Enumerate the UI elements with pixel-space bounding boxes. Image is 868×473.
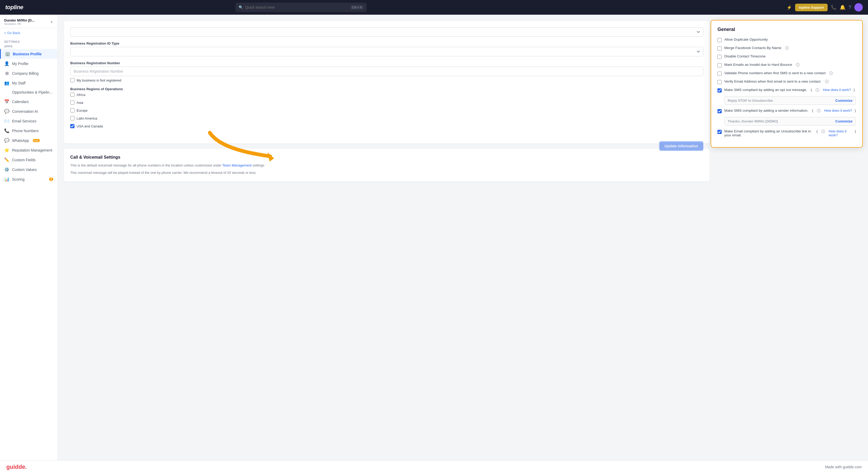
company-selector[interactable]: Dunder Mifflin [D... Scranton, PA ▼ (0, 15, 57, 28)
sidebar-item-conversation-ai[interactable]: 💬 Conversation AI (0, 106, 57, 116)
info-icon-1: ⓘ (785, 46, 789, 51)
general-item-8: Make Email compliant by adding an Unsubs… (717, 129, 856, 137)
sidebar-item-whatsapp[interactable]: 💬 WhatsApp beta (0, 135, 57, 145)
search-icon: 🔍 (239, 5, 243, 9)
sidebar-item-my-staff[interactable]: 👥 My Staff (0, 78, 57, 88)
europe-label: Europe (76, 108, 88, 113)
reg-id-type-select[interactable] (70, 47, 703, 56)
region-latin: Latin America (70, 116, 703, 120)
regions-label: Business Regions of Operations (70, 87, 703, 91)
sidebar-item-email-services[interactable]: ✉️ Email Services (0, 116, 57, 126)
general-item-7-wrap: Make SMS compliant by adding a sender in… (717, 108, 856, 126)
mark-emails-checkbox[interactable] (717, 63, 722, 67)
not-registered-checkbox[interactable] (70, 78, 74, 82)
info-icon-4: ⓘ (829, 71, 833, 76)
sidebar-item-label: Business Profile (13, 52, 42, 56)
lightning-icon[interactable]: ⚡ (787, 5, 792, 10)
how-link-6[interactable]: How does it work? (823, 88, 851, 92)
sidebar-item-my-profile[interactable]: 👤 My Profile (0, 59, 57, 68)
settings-section-label: Settings (0, 37, 57, 44)
disable-contact-checkbox[interactable] (717, 55, 722, 59)
calendar-icon: 📅 (4, 99, 9, 104)
sidebar-item-opportunities[interactable]: Opportunities & Pipelin... (0, 88, 57, 97)
usa-checkbox[interactable] (70, 124, 74, 128)
general-item-0: Allow Duplicate Opportunity (717, 37, 856, 42)
region-usa: USA and Canada (70, 124, 703, 128)
europe-checkbox[interactable] (70, 108, 74, 113)
how-link-7[interactable]: How does it work? (824, 108, 852, 113)
general-panel-title: General (717, 27, 856, 32)
email-unsubscribe-label: Make Email compliant by adding an Unsubs… (724, 129, 813, 137)
business-reg-card: Business Registration ID Type Business R… (64, 21, 710, 144)
email-icon: ✉️ (4, 119, 9, 124)
validate-phone-checkbox[interactable] (717, 71, 722, 76)
reg-num-input[interactable] (70, 67, 703, 76)
update-info-area: Update Information (70, 135, 703, 137)
email-unsubscribe-checkbox[interactable] (717, 130, 722, 134)
reg-num-label: Business Registration Number (70, 61, 703, 65)
africa-checkbox[interactable] (70, 93, 74, 97)
general-item-4: Validate Phone numbers when first SMS is… (717, 71, 856, 76)
how-link-8[interactable]: How does it work? (829, 129, 852, 137)
footer: guidde. Made with guidde.com (0, 461, 868, 473)
top-dropdown[interactable] (70, 27, 703, 37)
latin-label: Latin America (76, 117, 97, 120)
sms-opt-out-checkbox[interactable] (717, 88, 722, 93)
mark-emails-label: Mark Emails as Invalid due to Hard Bounc… (724, 63, 792, 67)
sms-sender-checkbox[interactable] (717, 109, 722, 113)
customize-link-6[interactable]: Customize (835, 99, 852, 102)
help-icon[interactable]: ? (848, 5, 851, 10)
sidebar-item-label: WhatsApp (12, 138, 29, 143)
paren-close-8: ) (855, 129, 856, 133)
search-shortcut: Ctrl + K (351, 5, 364, 9)
sidebar: Dunder Mifflin [D... Scranton, PA ▼ < Go… (0, 15, 58, 473)
sidebar-item-reputation[interactable]: ⭐ Reputation Management (0, 145, 57, 155)
asia-checkbox[interactable] (70, 100, 74, 105)
sidebar-item-label: Phone Numbers (12, 129, 38, 133)
customize-link-7[interactable]: Customize (835, 119, 852, 123)
main-content: Business Registration ID Type Business R… (58, 15, 868, 473)
verify-email-label: Verify Email Address when first email is… (724, 80, 821, 83)
go-back-link[interactable]: < Go Back (0, 28, 57, 37)
verify-email-checkbox[interactable] (717, 80, 722, 84)
voicemail-title: Call & Voicemail Settings (70, 155, 703, 160)
reg-num-row: Business Registration Number My business… (70, 61, 703, 82)
sidebar-item-custom-fields[interactable]: ✏️ Custom Fields (0, 155, 57, 165)
app-layout: Dunder Mifflin [D... Scranton, PA ▼ < Go… (0, 15, 868, 473)
team-management-link[interactable]: Team Management (222, 163, 251, 167)
custom-fields-icon: ✏️ (4, 157, 9, 162)
scoring-badge: 2 (49, 178, 53, 181)
update-info-btn-main[interactable]: Update Information (659, 141, 703, 151)
general-panel: General Allow Duplicate Opportunity Merg… (711, 20, 863, 148)
reputation-icon: ⭐ (4, 148, 9, 153)
reg-id-type-row: Business Registration ID Type (70, 41, 703, 56)
voicemail-card: Call & Voicemail Settings This is the de… (64, 149, 710, 182)
phone-icon[interactable]: 📞 (831, 4, 837, 10)
merge-facebook-label: Merge Facebook Contacts By Name (724, 46, 781, 50)
merge-facebook-checkbox[interactable] (717, 46, 722, 51)
sidebar-item-scoring[interactable]: 📊 Scoring 2 (0, 175, 57, 184)
search-bar[interactable]: 🔍 Ctrl + K (236, 3, 367, 12)
search-input[interactable] (245, 5, 348, 9)
info-icon-7: ⓘ (817, 108, 820, 113)
avatar[interactable] (855, 3, 863, 11)
info-icon-6: ⓘ (815, 88, 819, 93)
support-button[interactable]: topline Support (795, 4, 828, 11)
bell-icon[interactable]: 🔔 (840, 4, 845, 10)
allow-duplicate-checkbox[interactable] (717, 38, 722, 42)
latin-checkbox[interactable] (70, 116, 74, 120)
topline-logo: topline (5, 4, 23, 11)
sidebar-item-custom-values[interactable]: ⚙️ Custom Values (0, 165, 57, 175)
sidebar-item-phone-numbers[interactable]: 📞 Phone Numbers (0, 126, 57, 135)
paren-open-7: ( (812, 108, 813, 113)
sms-sender-sub: Thanks, Dunder Mifflin [DEMO] Customize (717, 117, 856, 126)
general-item-1: Merge Facebook Contacts By Name ⓘ (717, 46, 856, 51)
sidebar-item-business-profile[interactable]: 🏢 Business Profile (0, 49, 57, 59)
staff-icon: 👥 (4, 81, 9, 86)
company-sub: Scranton, PA (4, 22, 48, 25)
paren-open-6: ( (811, 88, 812, 92)
building-icon: 🏢 (5, 52, 10, 56)
sidebar-item-calendars[interactable]: 📅 Calendars (0, 97, 57, 106)
made-with-text: Made with guidde.com (825, 465, 862, 469)
sidebar-item-company-billing[interactable]: ⊞ Company Billing (0, 68, 57, 78)
